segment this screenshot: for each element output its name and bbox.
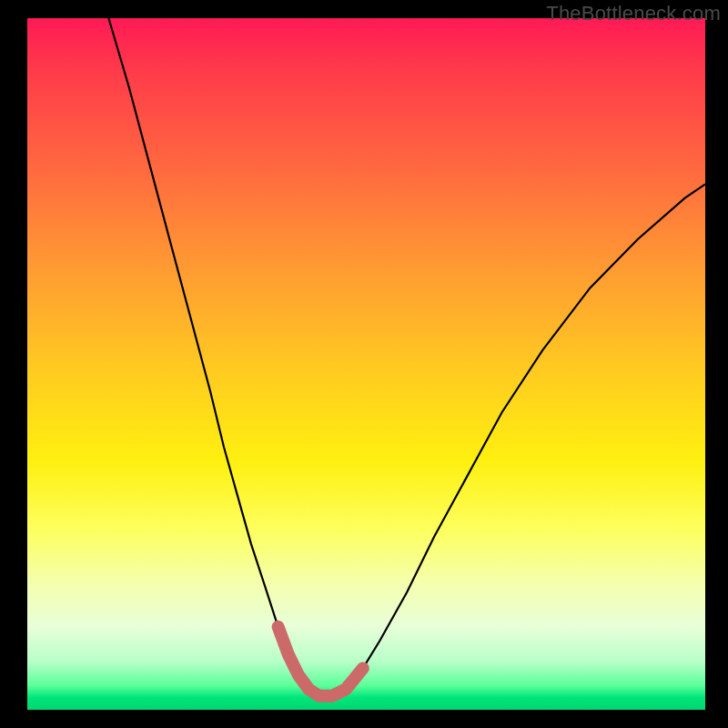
bottleneck-curve: [108, 18, 705, 696]
plot-area: [27, 18, 705, 710]
chart-frame: TheBottleneck.com: [0, 0, 728, 728]
curve-svg: [27, 18, 705, 710]
watermark-text: TheBottleneck.com: [546, 2, 721, 25]
highlight-segment: [278, 627, 363, 696]
